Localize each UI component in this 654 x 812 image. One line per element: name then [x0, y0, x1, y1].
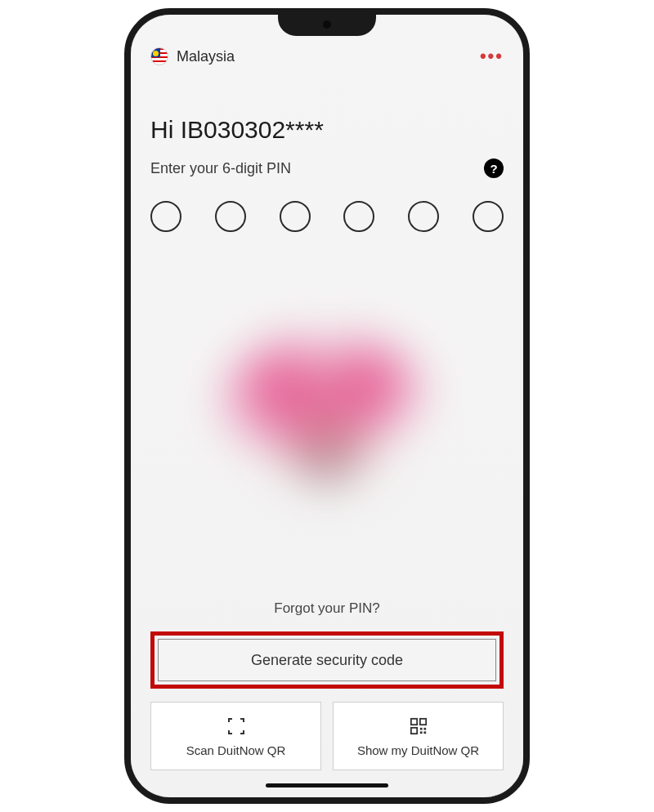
front-camera-icon — [323, 20, 331, 29]
scan-qr-button[interactable]: Scan DuitNow QR — [150, 702, 321, 770]
qr-code-icon — [408, 716, 429, 737]
pin-digit-5[interactable] — [408, 201, 439, 232]
forgot-pin-link[interactable]: Forgot your PIN? — [150, 600, 504, 617]
svg-rect-0 — [410, 718, 416, 724]
highlight-annotation: Generate security code — [150, 631, 504, 689]
scan-corners-icon — [226, 716, 247, 737]
pin-input[interactable] — [150, 201, 504, 232]
scan-qr-label: Scan DuitNow QR — [186, 743, 286, 757]
phone-notch — [278, 15, 376, 36]
svg-rect-5 — [419, 731, 422, 734]
pin-instruction-label: Enter your 6-digit PIN — [150, 160, 291, 177]
pin-digit-2[interactable] — [215, 201, 246, 232]
svg-rect-6 — [423, 731, 426, 734]
svg-rect-2 — [410, 727, 416, 733]
svg-rect-3 — [419, 727, 422, 729]
country-selector[interactable]: Malaysia — [150, 47, 235, 65]
country-label: Malaysia — [177, 48, 235, 65]
blurred-background-image-icon — [213, 327, 441, 506]
svg-rect-1 — [419, 718, 425, 724]
show-qr-label: Show my DuitNow QR — [357, 743, 479, 757]
app-screen: Malaysia ••• Hi IB030302**** Enter your … — [131, 15, 523, 797]
pin-digit-1[interactable] — [150, 201, 181, 232]
pin-digit-4[interactable] — [343, 201, 374, 232]
qr-buttons-row: Scan DuitNow QR Show my DuitNow QR — [150, 702, 504, 770]
help-icon[interactable]: ? — [484, 158, 504, 178]
malaysia-flag-icon — [150, 47, 168, 65]
pin-label-row: Enter your 6-digit PIN ? — [150, 158, 504, 178]
hero-image — [150, 232, 504, 600]
phone-frame: Malaysia ••• Hi IB030302**** Enter your … — [124, 8, 530, 804]
greeting-title: Hi IB030302**** — [150, 116, 504, 144]
pin-digit-6[interactable] — [473, 201, 504, 232]
top-bar: Malaysia ••• — [150, 42, 504, 70]
generate-security-code-button[interactable]: Generate security code — [158, 639, 496, 681]
svg-rect-4 — [423, 727, 426, 729]
show-qr-button[interactable]: Show my DuitNow QR — [333, 702, 504, 770]
more-options-icon[interactable]: ••• — [480, 46, 504, 67]
pin-digit-3[interactable] — [280, 201, 311, 232]
home-indicator[interactable] — [266, 783, 388, 787]
